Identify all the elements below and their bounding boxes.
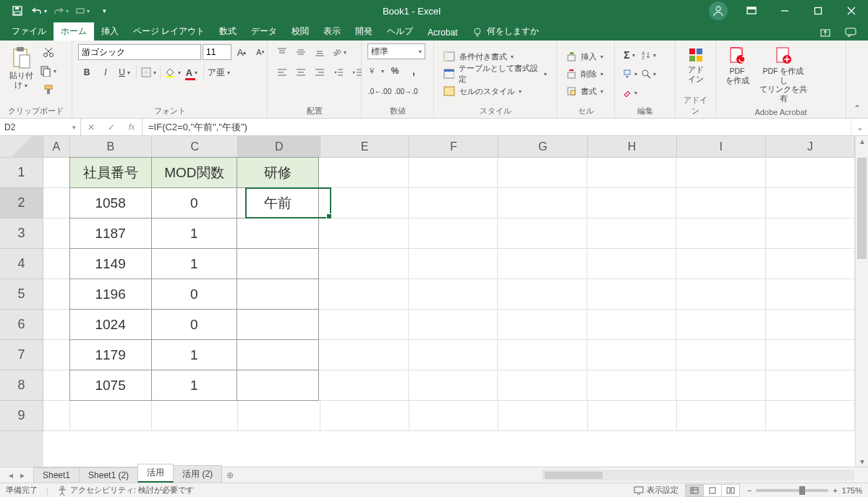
insert-cells-button[interactable]: 挿入 <box>563 48 607 64</box>
new-sheet-button[interactable]: ⊕ <box>221 467 239 483</box>
cell-A6[interactable] <box>43 310 70 340</box>
cell-E8[interactable] <box>319 370 408 401</box>
cell-G6[interactable] <box>498 310 587 340</box>
accessibility-status[interactable]: アクセシビリティ: 検討が必要です <box>70 485 194 496</box>
row-header-6[interactable]: 6 <box>0 310 43 340</box>
cell-B4[interactable]: 1149 <box>69 248 152 279</box>
tab-view[interactable]: 表示 <box>316 22 348 41</box>
cell-G5[interactable] <box>498 279 587 310</box>
cell-H7[interactable] <box>587 340 676 370</box>
enter-formula-button[interactable]: ✓ <box>101 119 122 135</box>
decrease-decimal-button[interactable]: .00→.0 <box>393 82 418 100</box>
cell-D7[interactable] <box>237 339 319 370</box>
bold-button[interactable]: B <box>78 64 95 81</box>
cell-H6[interactable] <box>587 310 676 340</box>
insert-function-button[interactable]: fx <box>122 119 142 135</box>
cell-A1[interactable] <box>43 158 70 188</box>
cell-B3[interactable]: 1187 <box>69 218 152 249</box>
increase-decimal-button[interactable]: .0←.00 <box>367 82 392 100</box>
fill-color-button[interactable] <box>163 64 182 81</box>
cell-D2[interactable]: 午前 <box>237 187 319 218</box>
cell-C5[interactable]: 0 <box>151 279 238 310</box>
italic-button[interactable]: I <box>97 64 114 81</box>
cells-area[interactable]: 社員番号MOD関数研修10580午前1187111491119601024011… <box>43 158 855 467</box>
cell-J1[interactable] <box>766 158 855 188</box>
cell-A2[interactable] <box>43 188 70 218</box>
conditional-formatting-button[interactable]: 条件付き書式 <box>440 48 517 64</box>
cell-C7[interactable]: 1 <box>151 339 238 370</box>
cell-F6[interactable] <box>409 310 498 340</box>
horizontal-scrollbar[interactable] <box>542 470 854 480</box>
cell-E4[interactable] <box>319 249 408 279</box>
comma-button[interactable]: , <box>405 62 422 80</box>
ribbon-display-options-icon[interactable] <box>735 0 768 22</box>
cell-E6[interactable] <box>319 310 408 340</box>
cell-H5[interactable] <box>587 279 676 310</box>
tab-data[interactable]: データ <box>244 22 284 41</box>
cell-I6[interactable] <box>676 310 765 340</box>
formula-input[interactable]: =IF(C2=0,"午前","午後") <box>142 119 851 135</box>
cell-B6[interactable]: 1024 <box>69 309 152 340</box>
cell-H8[interactable] <box>587 370 676 401</box>
tab-acrobat[interactable]: Acrobat <box>420 25 464 41</box>
format-as-table-button[interactable]: テーブルとして書式設定 <box>440 66 550 82</box>
cell-I4[interactable] <box>676 249 765 279</box>
cell-E7[interactable] <box>319 340 408 370</box>
column-header-H[interactable]: H <box>588 136 677 158</box>
cell-C4[interactable]: 1 <box>151 248 238 279</box>
qat-dropdown-icon[interactable]: ▾ <box>94 1 114 20</box>
cell-A3[interactable] <box>43 218 70 249</box>
name-box[interactable]: D2▾ <box>0 119 81 135</box>
cell-I5[interactable] <box>676 279 765 310</box>
cell-I1[interactable] <box>676 158 765 188</box>
fill-button[interactable] <box>621 65 638 82</box>
increase-font-button[interactable]: A▴ <box>233 43 250 61</box>
tab-file[interactable]: ファイル <box>4 22 54 41</box>
column-header-D[interactable]: D <box>238 136 320 158</box>
cell-D8[interactable] <box>237 370 319 401</box>
cell-J6[interactable] <box>766 310 855 340</box>
cell-C9[interactable] <box>152 401 238 431</box>
save-icon[interactable] <box>7 1 27 20</box>
cell-B2[interactable]: 1058 <box>69 187 152 218</box>
cell-G8[interactable] <box>498 370 587 401</box>
redo-icon[interactable] <box>51 1 71 20</box>
qat-customize-icon[interactable] <box>72 1 93 20</box>
tab-developer[interactable]: 開発 <box>348 22 380 41</box>
cell-E5[interactable] <box>319 279 408 310</box>
cell-C8[interactable]: 1 <box>151 370 238 401</box>
cell-F8[interactable] <box>409 370 498 401</box>
cell-B8[interactable]: 1075 <box>69 370 152 401</box>
cell-H9[interactable] <box>588 401 677 431</box>
cell-B9[interactable] <box>70 401 153 431</box>
cell-F3[interactable] <box>409 218 498 249</box>
cell-D6[interactable] <box>237 309 319 340</box>
underline-button[interactable]: U <box>116 64 133 81</box>
cell-A8[interactable] <box>43 370 70 401</box>
column-header-B[interactable]: B <box>70 136 153 158</box>
share-button[interactable] <box>813 25 838 41</box>
sheet-tab[interactable]: 活用 (2) <box>173 465 222 483</box>
number-format-selector[interactable]: 標準 <box>367 43 425 59</box>
cell-A5[interactable] <box>43 279 70 310</box>
tab-help[interactable]: ヘルプ <box>380 22 420 41</box>
cell-H4[interactable] <box>587 249 676 279</box>
page-layout-view-button[interactable] <box>703 484 722 497</box>
cell-C6[interactable]: 0 <box>151 309 238 340</box>
find-select-button[interactable] <box>639 65 657 82</box>
column-header-I[interactable]: I <box>677 136 766 158</box>
tab-formulas[interactable]: 数式 <box>212 22 244 41</box>
cell-B7[interactable]: 1179 <box>69 339 152 370</box>
cell-F2[interactable] <box>409 188 498 218</box>
cell-styles-button[interactable]: セルのスタイル <box>440 83 525 99</box>
row-header-3[interactable]: 3 <box>0 218 43 249</box>
cell-G3[interactable] <box>498 218 587 249</box>
cell-I7[interactable] <box>676 340 765 370</box>
create-pdf-button[interactable]: PDF を作成 <box>722 43 752 88</box>
cell-I8[interactable] <box>676 370 765 401</box>
tab-review[interactable]: 校閲 <box>284 22 316 41</box>
expand-formula-bar-button[interactable]: ⌄ <box>851 119 868 135</box>
cell-C3[interactable]: 1 <box>151 218 238 249</box>
cell-H2[interactable] <box>587 188 676 218</box>
column-header-C[interactable]: C <box>152 136 238 158</box>
